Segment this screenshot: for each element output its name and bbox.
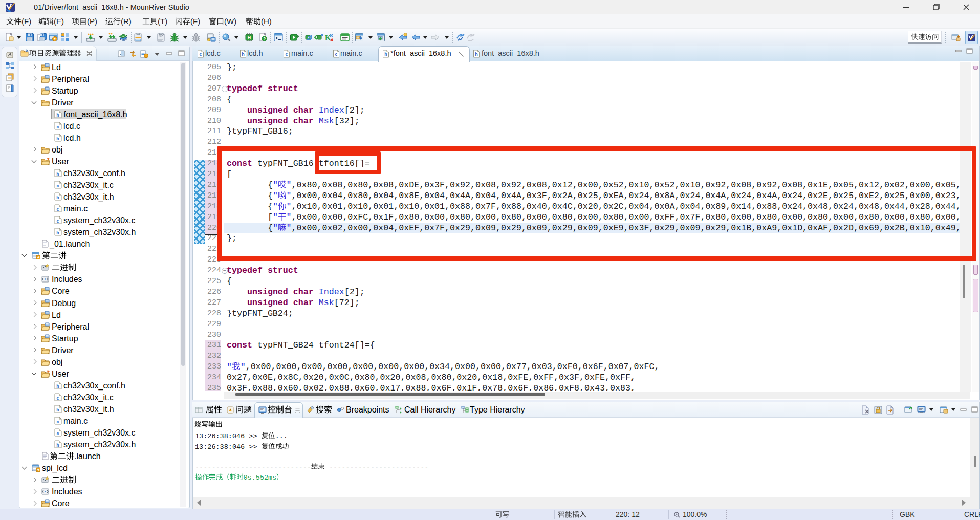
svg-text:h: h <box>56 195 59 200</box>
svg-text:h: h <box>56 407 59 412</box>
svg-text:h: h <box>56 112 59 117</box>
svg-text:c: c <box>335 52 337 57</box>
svg-text:c: c <box>56 207 59 212</box>
svg-text:c: c <box>56 419 59 424</box>
svg-text:h: h <box>384 52 387 57</box>
svg-text:?: ? <box>263 36 266 41</box>
svg-text:c: c <box>56 219 59 224</box>
svg-text:h: h <box>56 136 59 141</box>
svg-text:c: c <box>56 124 59 129</box>
svg-text:c: c <box>56 395 59 400</box>
svg-text:h: h <box>56 171 59 176</box>
svg-text:c: c <box>285 52 288 57</box>
svg-text:c: c <box>199 52 202 57</box>
svg-text:H: H <box>248 35 251 40</box>
svg-text:h: h <box>56 230 59 235</box>
svg-text:h: h <box>56 443 59 448</box>
svg-text:h: h <box>475 52 478 57</box>
svg-text:h: h <box>56 383 59 388</box>
svg-text:h: h <box>242 52 245 57</box>
svg-text:c: c <box>56 431 59 436</box>
svg-text:c: c <box>56 183 59 188</box>
